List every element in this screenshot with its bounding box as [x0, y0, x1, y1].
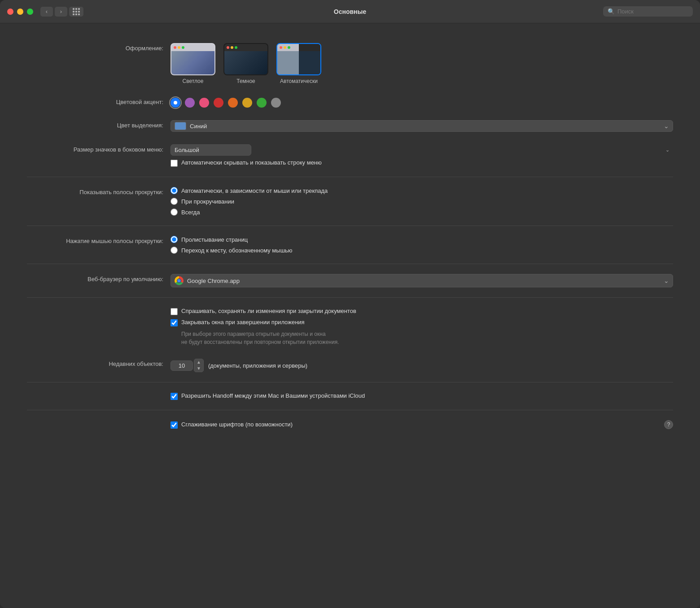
accent-red[interactable]: [214, 98, 223, 108]
appearance-thumbnail-light: [171, 43, 215, 75]
close-windows-label[interactable]: Закрывать окна при завершении приложения: [181, 319, 305, 326]
highlight-color-value: Синий: [190, 123, 660, 130]
scroll-auto-radio[interactable]: [171, 187, 178, 194]
forward-button[interactable]: ›: [55, 7, 67, 17]
window: ‹ › Основные 🔍 Оформление:: [0, 0, 700, 608]
documents-control: Спрашивать, сохранять ли изменения при з…: [171, 308, 673, 346]
stepper-up-button[interactable]: ▲: [194, 359, 203, 365]
scroll-auto-row: Автоматически, в зависимости от мыши или…: [171, 187, 673, 194]
menu-bar-checkbox-row: Автоматически скрывать и показывать стро…: [171, 159, 673, 167]
appearance-dark[interactable]: Темное: [223, 43, 268, 84]
handoff-label[interactable]: Разрешить Handoff между этим Mac и Вашим…: [181, 392, 365, 399]
traffic-lights: [7, 9, 33, 15]
appearance-thumbnail-dark: [223, 43, 268, 75]
scroll-scrolling-radio[interactable]: [171, 198, 178, 205]
documents-hint: При выборе этого параметра открытые доку…: [181, 330, 673, 346]
font-smoothing-label[interactable]: Сглаживание шрифтов (по возможности): [181, 421, 293, 428]
close-windows-row: Закрывать окна при завершении приложения: [171, 319, 673, 326]
accent-color-row: Цветовой акцент:: [27, 91, 673, 114]
stepper-wrapper: ▲ ▼ (документы, приложения и серверы): [171, 359, 673, 372]
titlebar: ‹ › Основные 🔍: [0, 0, 700, 23]
ask-save-row: Спрашивать, сохранять ли изменения при з…: [171, 308, 673, 315]
accent-color-control: [171, 97, 673, 108]
menu-bar-checkbox[interactable]: [171, 160, 178, 167]
appearance-control: Светлое Темное: [171, 43, 673, 84]
sidebar-icon-size-row: Размер значков в боковом меню: Маленький…: [27, 138, 673, 173]
recent-items-control: ▲ ▼ (документы, приложения и серверы): [171, 359, 673, 372]
highlight-color-control: Синий ⌄: [171, 120, 673, 132]
accent-yellow[interactable]: [242, 98, 252, 108]
accent-orange[interactable]: [228, 98, 238, 108]
highlight-color-row: Цвет выделения: Синий ⌄: [27, 114, 673, 138]
sidebar-icon-size-control: Маленький Средний Большой ⌄ Автоматическ…: [171, 144, 673, 167]
appearance-label: Оформление:: [27, 43, 171, 52]
close-button[interactable]: [7, 9, 13, 15]
divider-1: [27, 177, 673, 177]
sidebar-size-select-wrapper: Маленький Средний Большой ⌄: [171, 144, 673, 156]
ask-save-checkbox[interactable]: [171, 308, 178, 315]
sidebar-size-select[interactable]: Маленький Средний Большой: [171, 144, 251, 156]
appearance-dark-label: Темное: [236, 78, 255, 84]
scroll-scrolling-label[interactable]: При прокручивании: [181, 198, 234, 205]
handoff-control: Разрешить Handoff между этим Mac и Вашим…: [171, 392, 673, 400]
recent-items-input[interactable]: [171, 360, 193, 371]
font-smoothing-control: Сглаживание шрифтов (по возможности) ?: [171, 420, 673, 429]
scroll-always-label[interactable]: Всегда: [181, 209, 200, 216]
scroll-auto-label[interactable]: Автоматически, в зависимости от мыши или…: [181, 187, 328, 194]
color-swatch: [175, 122, 186, 130]
divider-2: [27, 226, 673, 226]
grid-icon: [73, 8, 80, 15]
font-smoothing-checkbox[interactable]: [171, 421, 178, 429]
close-windows-checkbox[interactable]: [171, 319, 178, 326]
grid-button[interactable]: [69, 7, 83, 17]
appearance-auto[interactable]: Автоматически: [276, 43, 321, 84]
back-button[interactable]: ‹: [40, 7, 53, 17]
highlight-color-select[interactable]: Синий ⌄: [171, 120, 673, 132]
accent-gray[interactable]: [271, 98, 281, 108]
search-input[interactable]: [617, 8, 688, 15]
browser-select[interactable]: Google Chrome.app ⌄: [171, 274, 673, 287]
minimize-button[interactable]: [17, 9, 23, 15]
search-icon: 🔍: [608, 8, 615, 15]
scroll-spot-row: Переход к месту, обозначенному мышью: [171, 247, 673, 254]
scroll-click-label: Нажатие мышью полосы прокрутки:: [27, 236, 171, 244]
appearance-light-label: Светлое: [183, 78, 204, 84]
appearance-auto-label: Автоматически: [280, 78, 318, 84]
chrome-icon: [175, 276, 184, 285]
accent-blue[interactable]: [171, 98, 180, 108]
divider-3: [27, 264, 673, 264]
maximize-button[interactable]: [27, 9, 33, 15]
stepper-down-button[interactable]: ▼: [194, 365, 203, 372]
recent-items-label: Недавних объектов:: [27, 359, 171, 367]
scroll-page-radio[interactable]: [171, 236, 178, 243]
sidebar-icon-size-label: Размер значков в боковом меню:: [27, 144, 171, 153]
scroll-spot-radio[interactable]: [171, 247, 178, 254]
scroll-page-label[interactable]: Пролистывание страниц: [181, 236, 248, 243]
default-browser-row: Веб-браузер по умолчанию: Google Chrome.…: [27, 268, 673, 294]
handoff-row: Разрешить Handoff между этим Mac и Вашим…: [27, 386, 673, 406]
appearance-light[interactable]: Светлое: [171, 43, 215, 84]
scrollbars-control: Автоматически, в зависимости от мыши или…: [171, 187, 673, 216]
divider-4: [27, 297, 673, 298]
handoff-checkbox[interactable]: [171, 393, 178, 400]
font-smoothing-row: Сглаживание шрифтов (по возможности) ?: [27, 414, 673, 435]
recent-items-suffix: (документы, приложения и серверы): [208, 362, 307, 369]
browser-value: Google Chrome.app: [187, 278, 660, 284]
accent-pink[interactable]: [199, 98, 209, 108]
window-title: Основные: [334, 8, 367, 15]
chevron-down-icon: ⌄: [664, 277, 669, 284]
scroll-spot-label[interactable]: Переход к месту, обозначенному мышью: [181, 247, 293, 254]
stepper-buttons: ▲ ▼: [194, 359, 204, 372]
accent-purple[interactable]: [185, 98, 195, 108]
accent-green[interactable]: [257, 98, 267, 108]
appearance-options: Светлое Темное: [171, 43, 673, 84]
font-smoothing-checkbox-row: Сглаживание шрифтов (по возможности): [171, 421, 293, 429]
search-bar[interactable]: 🔍: [603, 6, 693, 17]
help-button[interactable]: ?: [664, 420, 673, 429]
documents-row: Спрашивать, сохранять ли изменения при з…: [27, 301, 673, 352]
scroll-always-radio[interactable]: [171, 208, 178, 216]
accent-color-label: Цветовой акцент:: [27, 97, 171, 105]
menu-bar-label[interactable]: Автоматически скрывать и показывать стро…: [181, 159, 322, 166]
chevron-down-icon: ⌄: [665, 147, 669, 153]
ask-save-label[interactable]: Спрашивать, сохранять ли изменения при з…: [181, 308, 356, 314]
